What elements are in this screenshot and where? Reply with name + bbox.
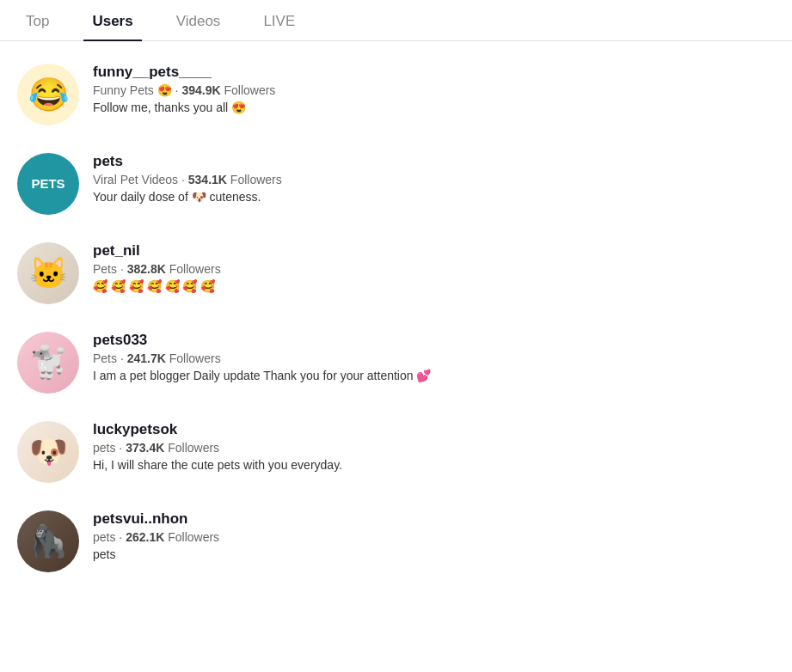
meta-separator: 😍 · [157,83,182,97]
tab-live[interactable]: LIVE [255,0,304,40]
avatar-emoji: 😂 [17,64,79,125]
meta-separator: · [119,530,126,544]
username: funny__pets____ [93,64,775,81]
followers-label: Followers [168,441,219,455]
user-info: pets Viral Pet Videos · 534.1K Followers… [93,153,775,204]
followers-label: Followers [230,173,282,186]
user-bio: Hi, I will share the cute pets with you … [93,458,775,472]
display-name: pets [93,530,115,544]
user-bio: Follow me, thanks you all 😍 [93,101,775,114]
followers-label: Followers [224,83,275,97]
avatar-emoji: 🐶 [29,434,68,470]
user-bio: 🥰 🥰 🥰 🥰 🥰 🥰 🥰 [93,279,775,293]
user-meta: pets · 262.1K Followers [93,530,775,544]
user-meta: pets · 373.4K Followers [93,441,775,455]
list-item[interactable]: 😂 funny__pets____ Funny Pets 😍 · 394.9K … [0,50,792,139]
user-meta: Viral Pet Videos · 534.1K Followers [93,173,775,186]
tab-users[interactable]: Users [83,0,141,40]
user-bio: pets [93,547,775,561]
avatar-emoji: 🐩 [29,345,68,381]
list-item[interactable]: 🦍 petsvui..nhon pets · 262.1K Followers … [0,497,792,586]
avatar: PETS [17,153,79,215]
display-name: Pets [93,351,117,365]
meta-separator: · [120,351,127,365]
avatar: 🐶 [17,421,79,483]
user-info: luckypetsok pets · 373.4K Followers Hi, … [93,421,775,472]
user-info: petsvui..nhon pets · 262.1K Followers pe… [93,510,775,561]
list-item[interactable]: 🐱 pet_nil Pets · 382.8K Followers 🥰 🥰 🥰 … [0,229,792,318]
avatar-emoji: 🐱 [29,255,68,291]
avatar: 🐱 [17,242,79,304]
followers-count: 373.4K [126,441,164,455]
tab-videos[interactable]: Videos [168,0,230,40]
user-meta: Pets · 241.7K Followers [93,351,775,365]
avatar-emoji: 🦍 [29,523,68,559]
avatar-logo: PETS [31,176,64,192]
followers-label: Followers [169,351,221,365]
username: luckypetsok [93,421,775,438]
user-meta: Funny Pets 😍 · 394.9K Followers [93,83,775,97]
list-item[interactable]: PETS pets Viral Pet Videos · 534.1K Foll… [0,139,792,229]
list-item[interactable]: 🐶 luckypetsok pets · 373.4K Followers Hi… [0,407,792,497]
username: petsvui..nhon [93,510,775,528]
followers-count: 241.7K [127,351,166,365]
meta-separator: · [181,173,188,186]
display-name: Pets [93,262,117,276]
user-list: 😂 funny__pets____ Funny Pets 😍 · 394.9K … [0,41,792,595]
user-info: pet_nil Pets · 382.8K Followers 🥰 🥰 🥰 🥰 … [93,242,775,293]
user-bio: I am a pet blogger Daily update Thank yo… [93,369,775,382]
followers-count: 394.9K [181,83,220,97]
followers-count: 262.1K [126,530,164,544]
username: pets [93,153,775,170]
meta-separator: · [120,262,127,276]
list-item[interactable]: 🐩 pets033 Pets · 241.7K Followers I am a… [0,318,792,407]
avatar: 🦍 [17,510,79,572]
username: pets033 [93,332,775,349]
user-info: funny__pets____ Funny Pets 😍 · 394.9K Fo… [93,64,775,114]
navigation-tabs: Top Users Videos LIVE [0,0,792,41]
followers-count: 382.8K [127,262,166,276]
user-bio: Your daily dose of 🐶 cuteness. [93,190,775,204]
followers-label: Followers [169,262,221,276]
display-name: Funny Pets [93,83,154,97]
avatar: 🐩 [17,332,79,394]
display-name: pets [93,441,115,455]
user-info: pets033 Pets · 241.7K Followers I am a p… [93,332,775,382]
avatar: 😂 [17,64,79,125]
followers-label: Followers [168,530,219,544]
username: pet_nil [93,242,775,260]
display-name: Viral Pet Videos [93,173,178,186]
followers-count: 534.1K [188,173,227,186]
tab-top[interactable]: Top [17,0,58,40]
meta-separator: · [119,441,126,455]
user-meta: Pets · 382.8K Followers [93,262,775,276]
